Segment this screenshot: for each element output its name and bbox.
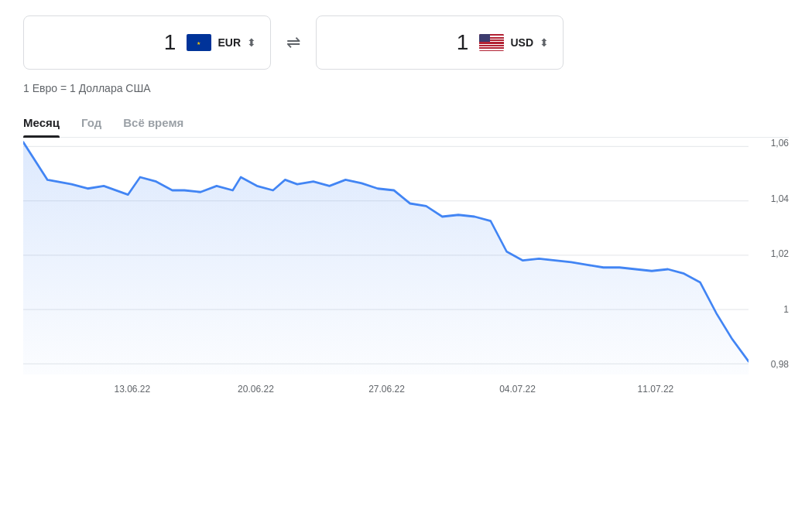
tab-month[interactable]: Месяц: [23, 116, 60, 137]
y-label-1: 1,06: [771, 138, 789, 149]
from-currency-selector[interactable]: EUR ⬍: [187, 34, 256, 51]
tab-year[interactable]: Год: [81, 116, 101, 137]
us-flag-icon: [479, 34, 504, 51]
x-axis-labels: 13.06.22 20.06.22 27.06.22 04.07.22 11.0…: [23, 378, 750, 401]
x-label-1: 13.06.22: [114, 384, 150, 395]
from-currency-box[interactable]: 1 EUR ⬍: [23, 15, 271, 70]
from-currency-code: EUR: [218, 36, 241, 49]
y-label-3: 1,02: [771, 248, 789, 259]
to-currency-dropdown-icon[interactable]: ⬍: [540, 36, 549, 49]
from-amount[interactable]: 1: [38, 30, 176, 55]
to-currency-selector[interactable]: USD ⬍: [479, 34, 549, 51]
y-label-5: 0,98: [771, 359, 789, 370]
eu-flag-icon: [187, 34, 211, 51]
to-currency-box[interactable]: 1 USD ⬍: [316, 15, 564, 70]
y-axis-labels: 1,06 1,04 1,02 1 0,98: [750, 138, 789, 370]
to-amount[interactable]: 1: [331, 30, 468, 55]
converter-row: 1 EUR ⬍ ⇌ 1 USD ⬍: [23, 15, 789, 70]
from-currency-dropdown-icon[interactable]: ⬍: [247, 36, 256, 49]
y-label-4: 1: [783, 304, 789, 315]
x-label-5: 11.07.22: [638, 384, 674, 395]
swap-button[interactable]: ⇌: [283, 32, 303, 53]
to-currency-code: USD: [510, 36, 533, 49]
exchange-rate-chart: 1,06 1,04 1,02 1 0,98 13.06.22 20.06.22 …: [23, 138, 789, 401]
x-label-2: 20.06.22: [238, 384, 274, 395]
exchange-rate-text: 1 Евро = 1 Доллара США: [23, 82, 789, 94]
tab-all-time[interactable]: Всё время: [123, 116, 183, 137]
chart-svg: [23, 138, 789, 401]
x-label-4: 04.07.22: [499, 384, 536, 395]
time-period-tabs: Месяц Год Всё время: [23, 116, 789, 138]
x-label-3: 27.06.22: [368, 384, 405, 395]
y-label-2: 1,04: [771, 193, 789, 204]
